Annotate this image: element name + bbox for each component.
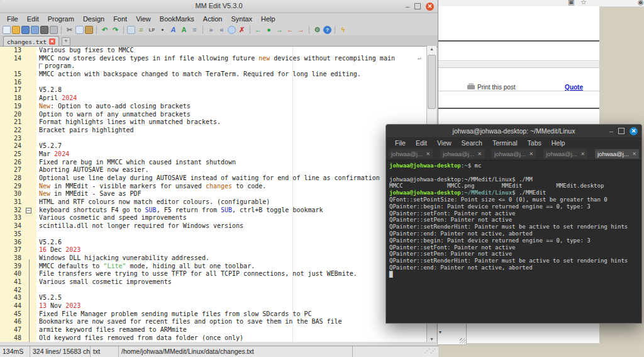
- menu-edit[interactable]: Edit: [411, 139, 432, 147]
- menu-tabs[interactable]: Tabs: [523, 139, 547, 147]
- cut-icon[interactable]: ✂: [65, 25, 74, 35]
- code-line[interactable]: 36V5.2.6: [0, 239, 426, 247]
- tab-close-icon[interactable]: ✕: [580, 151, 585, 157]
- tab-close-icon[interactable]: ✕: [477, 151, 482, 157]
- tab-close-icon[interactable]: ✕: [529, 151, 533, 157]
- comment-icon[interactable]: [228, 26, 236, 34]
- code-line[interactable]: 14MMCC now stores devices types in inf f…: [0, 55, 426, 63]
- code-line[interactable]: 41Various small cosmetic improvements: [0, 278, 426, 286]
- menu-bookmarks[interactable]: BookMarks: [155, 15, 199, 23]
- code-line[interactable]: 13Various bug fixes to MMCC: [0, 47, 426, 55]
- scrollbar-thumb[interactable]: [428, 55, 436, 109]
- indent-icon[interactable]: »: [206, 25, 216, 35]
- code-line[interactable]: 28Optional use line delay during AUTOSAV…: [0, 174, 426, 183]
- run-icon[interactable]: ϟ: [338, 25, 348, 35]
- code-line[interactable]: 18April 2024: [0, 94, 426, 103]
- menu-syntax[interactable]: Syntax: [226, 15, 257, 23]
- close-icon[interactable]: ✕: [630, 127, 638, 135]
- code-line[interactable]: 48Old keyword files removed from data fo…: [0, 334, 426, 343]
- next-change-icon[interactable]: →: [296, 25, 306, 35]
- menu-action[interactable]: Action: [199, 15, 227, 23]
- code-line[interactable]: 32–keyboard shortcuts F4 go to SUB, F5 r…: [0, 207, 426, 215]
- clear-marks-icon[interactable]: ✗: [237, 25, 247, 35]
- code-line[interactable]: 25Mar 2024: [0, 150, 426, 159]
- font-style-icon[interactable]: A: [169, 25, 178, 35]
- nav-forward-icon[interactable]: →: [275, 25, 284, 35]
- scroll-up-icon[interactable]: ▲: [427, 47, 436, 51]
- resize-grip[interactable]: ⋰⋰: [425, 348, 436, 354]
- whitespace-icon[interactable]: •: [158, 25, 167, 35]
- terminal-tab-4[interactable]: johwaa@j...✕: [543, 149, 587, 159]
- terminal-title-bar[interactable]: johwaa@johwaa-desktop: ~/MMedit/Linux – …: [386, 125, 641, 137]
- copy-icon[interactable]: [75, 26, 84, 34]
- code-line[interactable]: 3716 Dec 2023: [0, 246, 426, 254]
- code-line[interactable]: 27Aborting AUTOSAVE now easier.: [0, 166, 426, 174]
- align-icon[interactable]: ≡: [190, 25, 199, 35]
- fold-collapse-icon[interactable]: –: [26, 208, 31, 213]
- code-line[interactable]: 30New in MMEdit - Save as PDF: [0, 190, 426, 198]
- tab-close-icon[interactable]: ✕: [49, 38, 55, 45]
- code-line[interactable]: 43V5.2.5: [0, 294, 426, 302]
- minimize-icon[interactable]: –: [609, 128, 613, 134]
- new-file-icon[interactable]: [3, 26, 11, 34]
- code-line[interactable]: 42: [0, 286, 426, 295]
- code-line[interactable]: 39MMCC defaults to "Lite" mode, hiding a…: [0, 263, 426, 271]
- nav-current-icon[interactable]: ●: [264, 25, 274, 35]
- save-icon[interactable]: [21, 26, 30, 34]
- terminal-tab-3[interactable]: johwaa@j...✕: [492, 149, 536, 159]
- code-line[interactable]: 45Fixed File Manager problem sending mut…: [0, 310, 426, 319]
- code-line[interactable]: 34scintilla.dll not longer required for …: [0, 222, 426, 230]
- resize-grip[interactable]: [460, 338, 465, 344]
- code-line[interactable]: 16: [0, 79, 426, 87]
- code-line[interactable]: 24V5.2.7: [0, 142, 426, 150]
- menu-font[interactable]: Font: [109, 15, 131, 23]
- new-tab-button[interactable]: +: [62, 37, 70, 46]
- terminal-tab-2[interactable]: johwaa@j...✕: [440, 149, 484, 159]
- export-image-icon[interactable]: [40, 26, 48, 34]
- profile-icon[interactable]: ◉: [638, 0, 644, 6]
- close-icon[interactable]: ✕: [426, 3, 434, 11]
- menu-view[interactable]: View: [432, 139, 457, 147]
- terminal-screen[interactable]: johwaa@johwaa-desktop:~$ mc johwaa@johwa…: [386, 160, 641, 323]
- code-line[interactable]: 15MMCC action with backspace changed to …: [0, 71, 426, 79]
- code-line[interactable]: program.: [0, 62, 426, 71]
- tab-close-icon[interactable]: ✕: [632, 151, 636, 157]
- code-line[interactable]: 31HTML and RTF colours now match editor …: [0, 198, 426, 207]
- editor-text-area[interactable]: 13Various bug fixes to MMCC14MMCC now st…: [0, 46, 426, 343]
- maximize-icon[interactable]: [414, 3, 421, 9]
- tab-changes-txt[interactable]: changes.txt ✕: [3, 36, 59, 47]
- prev-change-icon[interactable]: ←: [286, 25, 295, 35]
- terminal-tab-1[interactable]: johwaa@j...✕: [389, 149, 433, 159]
- menu-help[interactable]: Help: [547, 139, 570, 147]
- editor-title-bar[interactable]: MM Edit V5.3.0 – ✕: [0, 0, 438, 13]
- code-line[interactable]: 29New in MMEdit - visible markers for un…: [0, 183, 426, 191]
- scroll-down-icon[interactable]: ▼: [427, 337, 436, 341]
- open-folder-icon[interactable]: [12, 26, 20, 34]
- bookmark-star-icon[interactable]: ☆: [580, 0, 587, 6]
- help-icon[interactable]: ?: [323, 26, 331, 34]
- line-numbers-icon[interactable]: ≡: [136, 25, 146, 35]
- redo-icon[interactable]: ↷: [111, 25, 120, 35]
- terminal-tab-5[interactable]: johwaa@j...✕: [595, 149, 639, 159]
- code-line[interactable]: 19New: Option to auto-add closing bracke…: [0, 103, 426, 111]
- code-line[interactable]: 47armite keyword files remamed to ARMmit…: [0, 326, 426, 334]
- code-line[interactable]: 46Bookmarks are now saved for recent fil…: [0, 318, 426, 326]
- code-line[interactable]: 33Various cosmetic and speed improvement…: [0, 214, 426, 222]
- code-line[interactable]: 23: [0, 135, 426, 143]
- scroll-down-icon[interactable]: ▾: [439, 329, 441, 335]
- line-endings-icon[interactable]: LF: [147, 25, 157, 35]
- code-line[interactable]: 40File transfers were trying to usse TFT…: [0, 270, 426, 278]
- tab-close-icon[interactable]: ✕: [426, 151, 430, 157]
- menu-design[interactable]: Design: [79, 15, 109, 23]
- settings-icon[interactable]: ⚙: [313, 25, 322, 35]
- menu-view[interactable]: View: [131, 15, 155, 23]
- code-line[interactable]: 17V5.2.8: [0, 86, 426, 94]
- nav-back-icon[interactable]: ←: [253, 25, 263, 35]
- maximize-icon[interactable]: [618, 128, 625, 134]
- menu-file[interactable]: File: [3, 15, 23, 23]
- code-line[interactable]: 38Windows DLL hijacking vunerability add…: [0, 254, 426, 263]
- menu-search[interactable]: Search: [457, 139, 487, 147]
- code-line[interactable]: 20Option to warn of any unmatched bracke…: [0, 111, 426, 119]
- outdent-icon[interactable]: «: [217, 25, 226, 35]
- save-as-icon[interactable]: [31, 26, 39, 34]
